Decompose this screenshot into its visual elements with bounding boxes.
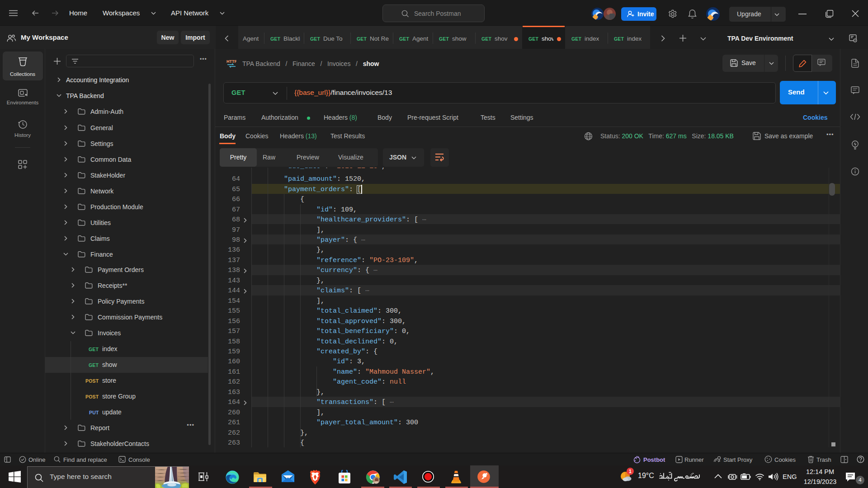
svg-text:HTTP: HTTP [226, 59, 236, 64]
